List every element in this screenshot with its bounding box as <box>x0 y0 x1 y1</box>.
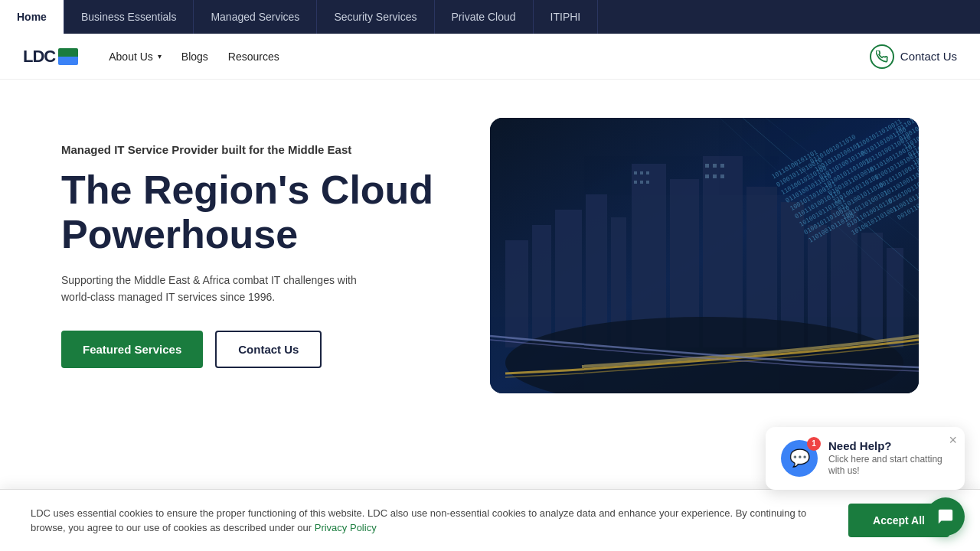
svg-rect-1 <box>505 240 528 347</box>
contact-us-button[interactable]: Contact Us <box>870 44 957 69</box>
svg-rect-25 <box>713 174 717 178</box>
nav-item-security[interactable]: Security Services <box>317 0 434 34</box>
logo[interactable]: LDC <box>23 47 78 67</box>
svg-rect-13 <box>861 233 883 347</box>
svg-rect-18 <box>634 181 637 184</box>
hero-section: Managed IT Service Provider built for th… <box>0 80 980 401</box>
nav-link-blogs[interactable]: Blogs <box>174 46 216 67</box>
chat-title: Need Help? <box>828 439 949 452</box>
chat-icon-wrapper: 💬 1 <box>781 440 818 477</box>
hero-text-block: Managed IT Service Provider built for th… <box>61 143 459 367</box>
svg-rect-20 <box>646 181 649 184</box>
svg-rect-22 <box>713 164 717 168</box>
hero-subtitle: Managed IT Service Provider built for th… <box>61 143 459 156</box>
cookie-banner: LDC uses essential cookies to ensure the… <box>0 489 980 551</box>
secondary-nav-links: About Us ▾ Blogs Resources <box>101 46 287 67</box>
svg-rect-17 <box>646 171 649 174</box>
nav-item-itiphi[interactable]: ITIPHI <box>534 0 599 34</box>
svg-rect-19 <box>640 181 643 184</box>
nav-item-business[interactable]: Business Essentials <box>64 0 194 34</box>
chat-help-widget[interactable]: × 💬 1 Need Help? Click here and start ch… <box>766 427 965 490</box>
svg-rect-23 <box>720 164 724 168</box>
hero-description: Supporting the Middle East & Africa comb… <box>61 272 383 306</box>
svg-rect-21 <box>705 164 709 168</box>
chat-notification-badge: 1 <box>807 437 821 451</box>
privacy-policy-link[interactable]: Privacy Policy <box>315 522 377 533</box>
svg-rect-26 <box>720 174 724 178</box>
nav-item-home[interactable]: Home <box>0 0 64 34</box>
svg-rect-16 <box>640 171 643 174</box>
nav-item-cloud[interactable]: Private Cloud <box>435 0 534 34</box>
hero-buttons: Featured Services Contact Us <box>61 331 459 368</box>
contact-us-hero-button[interactable]: Contact Us <box>215 331 322 368</box>
chevron-down-icon: ▾ <box>158 52 162 60</box>
chat-fab-button[interactable] <box>926 497 965 536</box>
hero-title: The Region's CloudPowerhouse <box>61 168 459 256</box>
chat-text: Need Help? Click here and start chatting… <box>828 439 949 478</box>
featured-services-button[interactable]: Featured Services <box>61 331 203 368</box>
nav-link-resources[interactable]: Resources <box>220 46 287 67</box>
phone-icon <box>870 44 894 69</box>
cookie-text: LDC uses essential cookies to ensure the… <box>31 506 825 536</box>
logo-flag-icon <box>58 48 78 65</box>
nav-link-about[interactable]: About Us ▾ <box>101 46 169 67</box>
hero-image: 10110100101101 01001011010010 1101001011… <box>490 118 919 393</box>
svg-rect-14 <box>887 248 903 347</box>
svg-rect-3 <box>555 210 582 347</box>
top-navigation: Home Business Essentials Managed Service… <box>0 0 980 34</box>
svg-rect-15 <box>634 171 637 174</box>
svg-rect-2 <box>532 225 551 347</box>
close-icon[interactable]: × <box>949 433 957 447</box>
svg-rect-24 <box>705 174 709 178</box>
chat-description: Click here and start chatting with us! <box>828 454 949 478</box>
nav-item-managed[interactable]: Managed Services <box>194 0 317 34</box>
secondary-navigation: LDC About Us ▾ Blogs Resources Contact U… <box>0 34 980 80</box>
